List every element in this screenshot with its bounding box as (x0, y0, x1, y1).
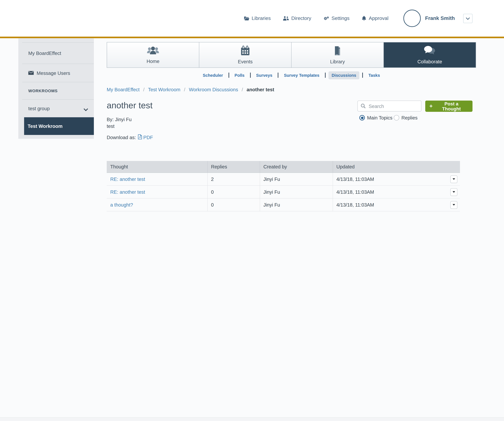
search-row: + Post a Thought (358, 101, 473, 112)
table-row: RE: another test 2 Jinyi Fu 4/13/18, 11:… (107, 172, 460, 185)
divider (325, 72, 325, 78)
avatar[interactable] (403, 10, 420, 27)
bell-icon (362, 16, 366, 21)
replies-radio[interactable] (394, 115, 399, 120)
row-menu-button[interactable] (450, 188, 457, 196)
tab-collaborate[interactable]: Collaborate (384, 42, 476, 68)
divider (250, 72, 251, 78)
divider (278, 72, 278, 78)
download-row: Download as: PDF (107, 134, 476, 141)
nav-directory[interactable]: Directory (283, 15, 311, 21)
table-row: RE: another test 0 Jinyi Fu 4/13/18, 11:… (107, 185, 460, 198)
thought-link[interactable]: a thought? (110, 202, 133, 207)
subnav-scheduler[interactable]: Scheduler (200, 71, 226, 79)
subnav-survey-templates[interactable]: Survey Templates (281, 71, 322, 79)
chat-bubbles-icon (424, 46, 436, 57)
envelope-icon (28, 70, 34, 76)
search-box (358, 101, 421, 112)
table-row: a thought? 0 Jinyi Fu 4/13/18, 11:03AM (107, 198, 460, 211)
thoughts-table: Thought Replies Created by Updated RE: a… (107, 161, 460, 211)
search-input[interactable] (358, 101, 421, 111)
column-header-replies: Replies (207, 161, 260, 172)
users-icon (283, 16, 289, 21)
workroom-tab-bar: Home (107, 42, 476, 68)
caret-down-icon (453, 191, 455, 193)
breadcrumb-separator: / (143, 87, 144, 92)
accent-divider-bar (0, 36, 504, 38)
breadcrumb-separator: / (184, 87, 185, 92)
subnav-discussions[interactable]: Discussions (328, 71, 360, 79)
column-header-created-by: Created by (260, 161, 333, 172)
nav-libraries[interactable]: Libraries (244, 15, 271, 21)
chevron-down-icon (84, 107, 88, 112)
sidebar-item-my-boardeffect[interactable]: My BoardEffect (18, 43, 94, 64)
viewport-bottom-edge (0, 417, 504, 421)
calendar-icon (240, 46, 251, 57)
discussion-controls: + Post a Thought Main Topics Replies (358, 101, 473, 120)
breadcrumb-link-workroom-discussions[interactable]: Workroom Discussions (189, 87, 238, 92)
chevron-down-icon (466, 15, 470, 21)
column-header-updated: Updated (333, 161, 460, 172)
caret-down-icon (453, 178, 455, 180)
thought-link[interactable]: RE: another test (110, 176, 145, 182)
download-pdf-link[interactable]: PDF (138, 134, 153, 141)
updated-time: 4/13/18, 11:03AM (336, 189, 374, 195)
tab-label: Collaborate (417, 59, 442, 64)
table-header-row: Thought Replies Created by Updated (107, 161, 460, 172)
top-bar: Libraries Directory (0, 0, 504, 36)
user-name: Frank Smith (425, 15, 455, 21)
thread-subtitle: test (107, 123, 476, 130)
main-topics-label[interactable]: Main Topics (367, 115, 392, 120)
content-header: another test By: Jinyi Fu test Download … (107, 101, 476, 149)
collaborate-subnav: Scheduler Polls Surveys Survey Templates… (107, 71, 476, 80)
sidebar-section-heading: WORKROOMS (18, 82, 94, 99)
people-icon (146, 46, 159, 57)
row-menu-button[interactable] (450, 175, 457, 183)
nav-label: Settings (331, 15, 349, 21)
plus-icon: + (430, 103, 433, 109)
user-menu-button[interactable] (463, 14, 473, 23)
download-link-label: PDF (143, 135, 153, 140)
post-a-thought-button[interactable]: + Post a Thought (425, 101, 473, 112)
tab-label: Home (146, 59, 159, 64)
sidebar-item-label: Message Users (36, 70, 70, 76)
breadcrumb-link-my-boardeffect[interactable]: My BoardEffect (107, 87, 140, 92)
top-navigation: Libraries Directory (232, 0, 504, 36)
divider (228, 72, 229, 78)
post-button-label: Post a Thought (434, 101, 468, 111)
app-window: Libraries Directory (0, 0, 504, 421)
breadcrumb-link-test-workroom[interactable]: Test Workroom (148, 87, 180, 92)
sidebar-item-label: My BoardEffect (28, 50, 61, 56)
tab-library[interactable]: Library (291, 42, 384, 68)
nav-approval[interactable]: Approval (362, 15, 388, 21)
gears-icon (324, 16, 329, 21)
search-icon (360, 103, 366, 110)
created-by: Jinyi Fu (260, 185, 333, 198)
tab-label: Events (238, 59, 252, 64)
replies-label[interactable]: Replies (401, 115, 418, 120)
subnav-surveys[interactable]: Surveys (253, 71, 275, 79)
thought-link[interactable]: RE: another test (110, 189, 145, 195)
tab-home[interactable]: Home (107, 42, 199, 68)
updated-time: 4/13/18, 11:03AM (336, 176, 374, 182)
main-content: Home (107, 42, 476, 211)
subnav-polls[interactable]: Polls (232, 71, 247, 79)
nav-label: Directory (291, 15, 311, 21)
breadcrumb-current: another test (247, 87, 274, 92)
sidebar-item-test-group[interactable]: test group (18, 100, 94, 117)
breadcrumb-separator: / (242, 87, 243, 92)
folder-icon (244, 16, 250, 21)
subnav-tasks[interactable]: Tasks (366, 71, 383, 79)
topic-filter: Main Topics Replies (358, 115, 473, 120)
caret-down-icon (453, 204, 455, 206)
main-topics-radio[interactable] (360, 115, 365, 120)
tab-events[interactable]: Events (199, 42, 292, 68)
created-by: Jinyi Fu (260, 172, 333, 185)
replies-count: 2 (207, 172, 260, 185)
sidebar-item-label: test group (28, 106, 50, 111)
row-menu-button[interactable] (450, 201, 457, 209)
sidebar-item-test-workroom[interactable]: Test Workroom (24, 117, 94, 135)
nav-settings[interactable]: Settings (324, 15, 349, 21)
sidebar-item-message-users[interactable]: Message Users (18, 64, 94, 82)
sidebar: My BoardEffect Message Users WORKROOMS t… (18, 38, 94, 139)
